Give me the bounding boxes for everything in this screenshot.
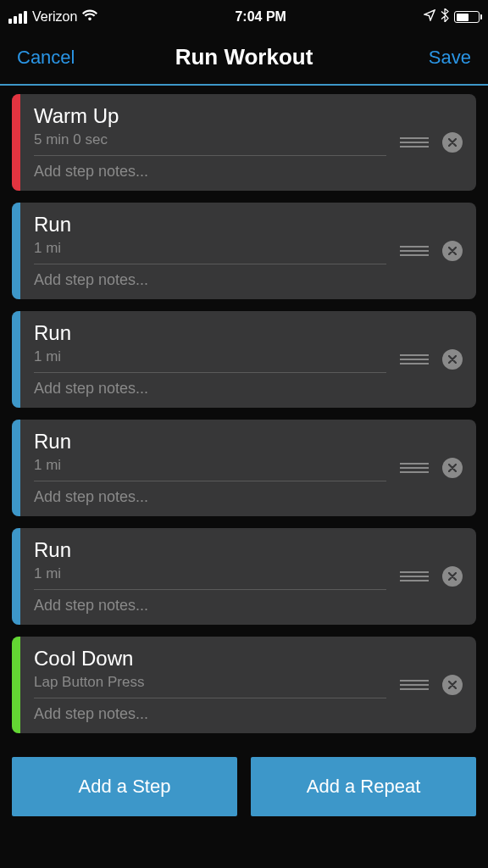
drag-handle-icon[interactable] xyxy=(400,246,429,256)
drag-handle-icon[interactable] xyxy=(400,680,429,690)
step-subtitle: 1 mi xyxy=(34,565,386,582)
step-accent xyxy=(12,637,20,733)
delete-step-button[interactable] xyxy=(442,132,463,153)
step-divider xyxy=(34,155,386,156)
location-icon xyxy=(424,9,435,25)
step-controls xyxy=(400,420,476,516)
step-title: Warm Up xyxy=(34,104,386,128)
step-notes-input[interactable]: Add step notes... xyxy=(34,597,386,615)
add-repeat-button[interactable]: Add a Repeat xyxy=(251,757,476,816)
step-card[interactable]: Run1 miAdd step notes... xyxy=(12,528,476,625)
step-title: Run xyxy=(34,321,386,345)
step-controls xyxy=(400,311,476,408)
step-card[interactable]: Run1 miAdd step notes... xyxy=(12,311,476,408)
step-notes-input[interactable]: Add step notes... xyxy=(34,163,386,181)
battery-fill xyxy=(457,14,469,21)
delete-step-button[interactable] xyxy=(442,349,463,370)
step-card[interactable]: Run1 miAdd step notes... xyxy=(12,203,476,299)
step-card[interactable]: Run1 miAdd step notes... xyxy=(12,420,476,516)
step-subtitle: 1 mi xyxy=(34,457,386,474)
battery-icon xyxy=(454,11,480,23)
step-notes-input[interactable]: Add step notes... xyxy=(34,271,386,289)
step-subtitle: 5 min 0 sec xyxy=(34,131,386,148)
bluetooth-icon xyxy=(441,8,449,25)
delete-step-button[interactable] xyxy=(442,241,463,261)
time-label: 7:04 PM xyxy=(97,9,424,25)
step-card[interactable]: Warm Up5 min 0 secAdd step notes... xyxy=(12,94,476,191)
step-divider xyxy=(34,264,386,264)
cancel-button[interactable]: Cancel xyxy=(17,47,85,69)
step-body[interactable]: Cool DownLap Button PressAdd step notes.… xyxy=(20,637,400,733)
step-accent xyxy=(12,528,20,625)
step-title: Cool Down xyxy=(34,647,386,670)
step-subtitle: 1 mi xyxy=(34,240,386,257)
delete-step-button[interactable] xyxy=(442,675,463,695)
step-subtitle: Lap Button Press xyxy=(34,674,386,691)
step-controls xyxy=(400,203,476,299)
step-accent xyxy=(12,420,20,516)
step-subtitle: 1 mi xyxy=(34,348,386,365)
page-title: Run Workout xyxy=(85,44,403,70)
step-body[interactable]: Run1 miAdd step notes... xyxy=(20,528,400,625)
step-notes-input[interactable]: Add step notes... xyxy=(34,488,386,506)
status-left: Verizon xyxy=(8,9,97,25)
step-divider xyxy=(34,481,386,481)
drag-handle-icon[interactable] xyxy=(400,463,429,473)
carrier-label: Verizon xyxy=(32,9,77,25)
status-bar: Verizon 7:04 PM xyxy=(0,0,488,34)
step-controls xyxy=(400,528,476,625)
footer-buttons: Add a Step Add a Repeat xyxy=(0,745,488,833)
step-body[interactable]: Run1 miAdd step notes... xyxy=(20,203,400,299)
signal-bars-icon xyxy=(8,11,27,24)
drag-handle-icon[interactable] xyxy=(400,137,429,147)
drag-handle-icon[interactable] xyxy=(400,354,429,364)
step-divider xyxy=(34,589,386,590)
step-accent xyxy=(12,94,20,191)
delete-step-button[interactable] xyxy=(442,458,463,478)
step-accent xyxy=(12,311,20,408)
step-controls xyxy=(400,637,476,733)
step-divider xyxy=(34,698,386,698)
step-accent xyxy=(12,203,20,299)
delete-step-button[interactable] xyxy=(442,566,463,587)
step-title: Run xyxy=(34,538,386,562)
step-title: Run xyxy=(34,430,386,453)
step-divider xyxy=(34,372,386,373)
nav-bar: Cancel Run Workout Save xyxy=(0,34,488,84)
step-controls xyxy=(400,94,476,191)
save-button[interactable]: Save xyxy=(403,47,471,69)
step-body[interactable]: Run1 miAdd step notes... xyxy=(20,311,400,408)
steps-list: Warm Up5 min 0 secAdd step notes...Run1 … xyxy=(0,86,488,733)
step-body[interactable]: Warm Up5 min 0 secAdd step notes... xyxy=(20,94,400,191)
wifi-icon xyxy=(82,9,97,25)
step-title: Run xyxy=(34,213,386,236)
step-card[interactable]: Cool DownLap Button PressAdd step notes.… xyxy=(12,637,476,733)
status-right xyxy=(424,8,480,25)
step-notes-input[interactable]: Add step notes... xyxy=(34,705,386,723)
step-body[interactable]: Run1 miAdd step notes... xyxy=(20,420,400,516)
drag-handle-icon[interactable] xyxy=(400,571,429,581)
add-step-button[interactable]: Add a Step xyxy=(12,757,237,816)
step-notes-input[interactable]: Add step notes... xyxy=(34,380,386,398)
